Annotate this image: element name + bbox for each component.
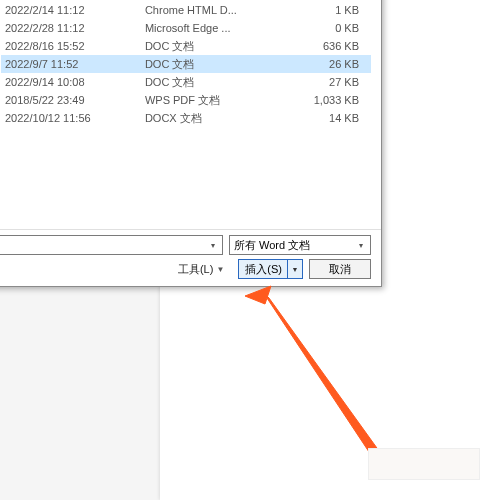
- file-type: DOC 文档: [141, 73, 287, 91]
- file-size: 0 KB: [287, 19, 371, 37]
- bottom-right-panel: [368, 448, 480, 480]
- file-size: 27 KB: [287, 73, 371, 91]
- file-type: Microsoft Edge ...: [141, 19, 287, 37]
- filetype-select[interactable]: 所有 Word 文档 ▾: [229, 235, 371, 255]
- file-date: 2022/9/7 11:52: [1, 55, 141, 73]
- cancel-button[interactable]: 取消: [309, 259, 371, 279]
- file-type: Chrome HTML D...: [141, 1, 287, 19]
- file-date: 2022/2/14 11:12: [1, 1, 141, 19]
- separator: [0, 229, 381, 230]
- chevron-down-icon[interactable]: ▾: [206, 238, 220, 252]
- table-row[interactable]: 2018/5/22 23:49WPS PDF 文档1,033 KB: [1, 91, 371, 109]
- table-row[interactable]: 2022/2/28 11:12Microsoft Edge ...0 KB: [1, 19, 371, 37]
- file-type: DOC 文档: [141, 37, 287, 55]
- file-date: 2022/10/12 11:56: [1, 109, 141, 127]
- file-size: 1,033 KB: [287, 91, 371, 109]
- insert-button[interactable]: 插入(S) ▼: [238, 259, 303, 279]
- file-date: 2022/9/14 10:08: [1, 73, 141, 91]
- tools-label: 工具(L): [178, 262, 213, 277]
- file-open-dialog: EPM... 2022/2/14 11:12Chrome HTML D...1 …: [0, 0, 382, 287]
- filename-input[interactable]: ▾: [0, 235, 223, 255]
- file-type: DOC 文档: [141, 55, 287, 73]
- chevron-down-icon: ▼: [216, 265, 224, 274]
- table-row[interactable]: 2022/9/14 10:08DOC 文档27 KB: [1, 73, 371, 91]
- file-date: 2022/8/16 15:52: [1, 37, 141, 55]
- insert-split-arrow[interactable]: ▼: [287, 260, 302, 278]
- table-row[interactable]: 2022/9/7 11:52DOC 文档26 KB: [1, 55, 371, 73]
- file-size: 1 KB: [287, 1, 371, 19]
- chevron-down-icon[interactable]: ▾: [354, 238, 368, 252]
- table-row[interactable]: 2022/2/14 11:12Chrome HTML D...1 KB: [1, 1, 371, 19]
- file-list[interactable]: 2022/2/14 11:12Chrome HTML D...1 KB2022/…: [1, 1, 371, 127]
- table-row[interactable]: 2022/8/16 15:52DOC 文档636 KB: [1, 37, 371, 55]
- file-size: 636 KB: [287, 37, 371, 55]
- file-type: DOCX 文档: [141, 109, 287, 127]
- cancel-label: 取消: [329, 262, 351, 277]
- tools-menu[interactable]: 工具(L) ▼: [178, 262, 224, 277]
- filetype-label: 所有 Word 文档: [230, 238, 310, 253]
- file-size: 26 KB: [287, 55, 371, 73]
- file-size: 14 KB: [287, 109, 371, 127]
- table-row[interactable]: 2022/10/12 11:56DOCX 文档14 KB: [1, 109, 371, 127]
- file-date: 2018/5/22 23:49: [1, 91, 141, 109]
- file-type: WPS PDF 文档: [141, 91, 287, 109]
- file-date: 2022/2/28 11:12: [1, 19, 141, 37]
